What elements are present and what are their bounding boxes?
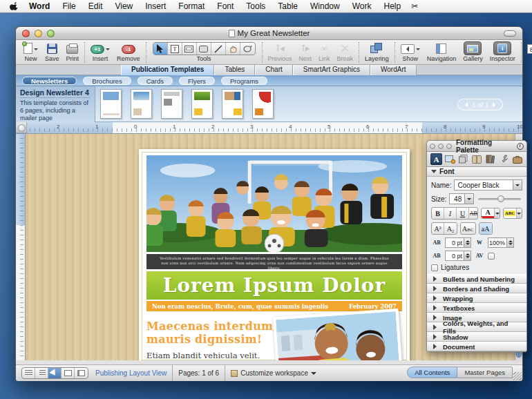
tab-publication-templates[interactable]: Publication Templates bbox=[121, 65, 214, 75]
reference-tools-tab[interactable] bbox=[471, 153, 483, 165]
category-programs[interactable]: Programs bbox=[221, 77, 267, 85]
gallery-button[interactable]: Gallery bbox=[459, 42, 486, 62]
font-color-dropdown[interactable] bbox=[494, 208, 500, 218]
dropdown-button[interactable] bbox=[464, 194, 473, 204]
section-borders-and-shading[interactable]: Borders and Shading bbox=[427, 284, 526, 293]
stepper-arrows[interactable] bbox=[464, 251, 471, 260]
superscript-button[interactable]: A² bbox=[432, 223, 444, 234]
tab-wordart[interactable]: WordArt bbox=[370, 65, 417, 75]
apple-menu-icon[interactable] bbox=[10, 2, 19, 11]
subscript-button[interactable]: A₂ bbox=[444, 223, 457, 234]
article-block[interactable]: Maecenas interdum, mauris dignissim! Eti… bbox=[146, 320, 402, 360]
tab-tables[interactable]: Tables bbox=[214, 65, 255, 75]
small-caps-button[interactable]: Abc bbox=[461, 223, 475, 234]
bold-button[interactable]: B bbox=[432, 208, 444, 219]
template-thumbnail[interactable] bbox=[252, 89, 274, 119]
underline-button[interactable]: U bbox=[457, 208, 469, 219]
palette-title-bar[interactable]: Formatting Palette bbox=[427, 141, 526, 152]
menu-item-table[interactable]: Table bbox=[272, 0, 304, 13]
friends-photo-frame[interactable] bbox=[273, 309, 403, 360]
inspector-button[interactable]: i Inspector bbox=[486, 42, 519, 62]
template-thumbnail[interactable] bbox=[100, 89, 122, 119]
scrapbook-tab[interactable] bbox=[457, 153, 469, 165]
palette-minimize-button[interactable] bbox=[438, 144, 444, 149]
font-color-button[interactable]: A bbox=[482, 208, 494, 218]
all-contents-tab[interactable]: All Contents bbox=[407, 367, 457, 378]
formatting-palette-tab[interactable]: A bbox=[430, 153, 442, 165]
palette-close-button[interactable] bbox=[430, 144, 435, 149]
font-name-select[interactable]: Cooper Black bbox=[454, 179, 522, 191]
frame-tool-button[interactable] bbox=[182, 43, 197, 55]
font-size-slider[interactable] bbox=[478, 198, 521, 200]
scissors-icon[interactable]: ✂ bbox=[411, 1, 418, 11]
formatting-palette[interactable]: Formatting Palette A Font Name: Cooper B… bbox=[426, 140, 527, 352]
print-button[interactable]: Print bbox=[63, 42, 83, 62]
category-brochures[interactable]: Brochures bbox=[83, 77, 131, 85]
menu-item-format[interactable]: Format bbox=[172, 0, 211, 13]
menu-item-file[interactable]: File bbox=[56, 0, 82, 13]
layering-button[interactable]: Layering bbox=[361, 42, 392, 62]
resize-grip[interactable] bbox=[513, 372, 522, 380]
master-pages-tab[interactable]: Master Pages bbox=[457, 367, 513, 378]
ruler-origin-knob[interactable] bbox=[17, 122, 27, 133]
stepper-arrows[interactable] bbox=[506, 238, 513, 247]
project-palette-tab[interactable] bbox=[511, 153, 523, 165]
font-size-select[interactable]: 48 bbox=[449, 193, 474, 204]
publishing-layout-view-button[interactable] bbox=[48, 368, 61, 378]
menu-item-work[interactable]: Work bbox=[346, 0, 378, 13]
shape-tool-button[interactable] bbox=[197, 43, 211, 55]
menu-item-edit[interactable]: Edit bbox=[82, 0, 109, 13]
category-flyers[interactable]: Flyers bbox=[179, 77, 215, 85]
newsletter-page[interactable]: Vestibulum venenatis ornare sed hendreri… bbox=[139, 149, 410, 360]
insert-button[interactable]: +1 Insert bbox=[87, 42, 113, 62]
category-newsletters[interactable]: Newsletters bbox=[22, 77, 77, 85]
photo-caption[interactable]: Vestibulum venenatis ornare sed hendreri… bbox=[146, 254, 402, 269]
section-textboxes[interactable]: Textboxes bbox=[427, 303, 526, 313]
compatibility-report-tab[interactable] bbox=[498, 153, 510, 165]
new-button[interactable]: New bbox=[20, 42, 41, 62]
tab-chart[interactable]: Chart bbox=[255, 65, 292, 75]
save-button[interactable]: Save bbox=[41, 42, 63, 62]
customize-workspace-button[interactable]: Customize workspace bbox=[231, 369, 316, 378]
menu-item-window[interactable]: Window bbox=[304, 0, 346, 13]
stepper-arrows[interactable] bbox=[464, 238, 471, 247]
section-wrapping[interactable]: Wrapping bbox=[427, 293, 526, 303]
line-tool-button[interactable] bbox=[211, 43, 226, 55]
template-thumbnail[interactable] bbox=[191, 89, 213, 119]
pager-next-icon[interactable] bbox=[493, 102, 498, 108]
dropdown-button[interactable] bbox=[513, 180, 522, 190]
object-palette-tab[interactable] bbox=[444, 153, 456, 165]
horizontal-scrollbar[interactable] bbox=[16, 360, 522, 365]
character-scale-stepper[interactable]: 100% bbox=[488, 237, 514, 248]
masthead-banner[interactable]: Lorem Ipsum Dolor bbox=[146, 271, 402, 300]
horizontal-ruler[interactable]: 2 1 0 1 2 3 4 5 6 7 8 9 10 bbox=[16, 122, 522, 134]
section-colors-weights-fills[interactable]: Colors, Weights, and Fills bbox=[427, 322, 526, 332]
ligatures-checkbox[interactable] bbox=[431, 264, 438, 271]
template-thumbnail[interactable] bbox=[131, 89, 152, 119]
template-thumbnail[interactable] bbox=[222, 89, 243, 119]
italic-button[interactable]: I bbox=[444, 208, 457, 219]
menu-item-tools[interactable]: Tools bbox=[240, 0, 272, 13]
print-layout-view-button[interactable] bbox=[61, 368, 75, 378]
toolbar-toggle-button[interactable] bbox=[504, 30, 516, 37]
baseline-position-stepper[interactable]: 0 pt bbox=[445, 251, 471, 261]
change-case-button[interactable]: aA bbox=[479, 223, 492, 234]
pager-previous-icon[interactable] bbox=[462, 102, 468, 108]
highlight-dropdown[interactable] bbox=[516, 208, 522, 218]
highlight-button[interactable]: ABC bbox=[504, 208, 516, 218]
citations-tab[interactable] bbox=[484, 153, 496, 165]
remove-button[interactable]: -1 Remove bbox=[113, 42, 144, 62]
tab-smartart-graphics[interactable]: SmartArt Graphics bbox=[293, 65, 370, 75]
dateline-strip[interactable]: Non eram nescius, Brute, cum, quae summi… bbox=[146, 301, 402, 311]
section-document[interactable]: Document bbox=[427, 342, 526, 351]
character-spacing-stepper[interactable]: 0 pt bbox=[445, 237, 471, 248]
show-button[interactable]: Show bbox=[397, 42, 424, 62]
menu-item-help[interactable]: Help bbox=[378, 0, 408, 13]
menu-item-view[interactable]: View bbox=[108, 0, 139, 13]
font-section-header[interactable]: Font bbox=[427, 167, 526, 177]
navigation-button[interactable]: Navigation bbox=[424, 42, 460, 62]
kerning-checkbox[interactable] bbox=[488, 253, 495, 260]
category-cards[interactable]: Cards bbox=[137, 77, 173, 85]
text-box-tool-button[interactable]: T bbox=[168, 43, 182, 55]
template-thumbnail[interactable] bbox=[161, 89, 182, 119]
